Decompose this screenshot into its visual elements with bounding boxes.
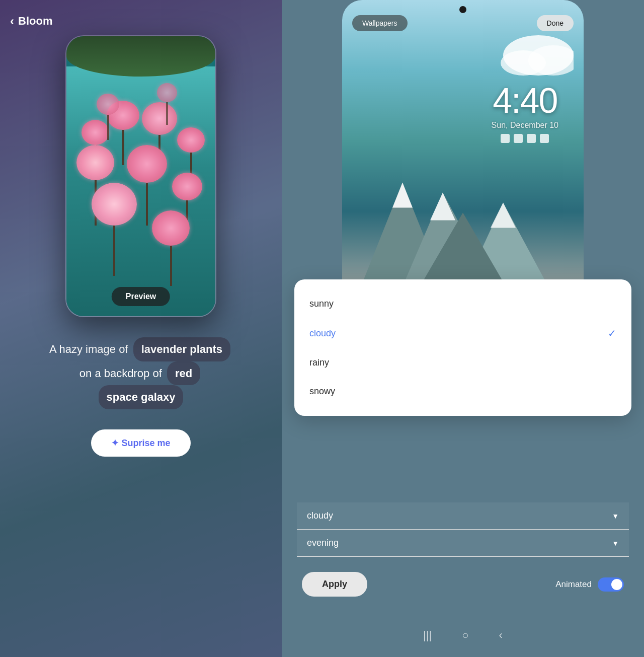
wallpapers-button[interactable]: Wallpapers — [352, 15, 408, 31]
option-rainy[interactable]: rainy — [294, 348, 631, 377]
notification-icons — [492, 134, 558, 143]
option-snowy-label: snowy — [309, 386, 335, 397]
option-cloudy[interactable]: cloudy ✓ — [294, 318, 631, 348]
right-panel: Wallpapers Done 4:40 Sun, December 10 su… — [282, 0, 644, 657]
app-title: Bloom — [18, 15, 52, 28]
bottom-controls: cloudy ▼ evening ▼ Apply Animated — [297, 502, 629, 607]
clock-time: 4:40 — [492, 81, 558, 121]
cloudy-select-label: cloudy — [307, 510, 333, 521]
preview-button[interactable]: Preview — [112, 287, 170, 306]
svg-marker-9 — [491, 203, 516, 228]
tree-10 — [97, 94, 119, 140]
surprise-button[interactable]: ✦ Suprise me — [91, 429, 190, 457]
desc-line-3: space galaxy — [49, 385, 232, 409]
notif-icon-3 — [527, 134, 536, 143]
back-button[interactable]: ‹ Bloom — [10, 14, 52, 28]
phone-top-bar: Wallpapers Done — [342, 15, 584, 31]
clock-display: 4:40 Sun, December 10 — [492, 81, 558, 143]
option-sunny-label: sunny — [309, 299, 334, 309]
notif-icon-1 — [501, 134, 510, 143]
tree-11 — [157, 83, 177, 125]
camera-dot — [459, 6, 466, 13]
cloudy-dropdown-arrow: ▼ — [612, 512, 619, 520]
evening-select-row[interactable]: evening ▼ — [297, 530, 629, 557]
description-area: A hazy image of lavender plants on a bac… — [49, 337, 232, 409]
desc-color-tag[interactable]: red — [167, 361, 200, 386]
svg-point-2 — [501, 50, 546, 76]
animated-label: Animated — [555, 579, 592, 590]
done-button[interactable]: Done — [537, 15, 574, 31]
desc-suffix-tag[interactable]: space galaxy — [99, 385, 184, 409]
svg-marker-8 — [430, 193, 455, 221]
desc-line-1: A hazy image of lavender plants — [49, 337, 232, 361]
nav-recents-icon[interactable]: ||| — [423, 629, 432, 642]
option-cloudy-label: cloudy — [309, 328, 336, 339]
back-icon: ‹ — [10, 14, 14, 28]
wallpaper-preview — [66, 36, 215, 316]
cloudy-select-row[interactable]: cloudy ▼ — [297, 502, 629, 530]
option-sunny[interactable]: sunny — [294, 289, 631, 318]
animated-toggle-row: Animated — [555, 577, 624, 592]
option-rainy-label: rainy — [309, 357, 329, 368]
nav-bar: ||| ○ ‹ — [282, 629, 644, 642]
desc-line-2: on a backdrop of red — [49, 361, 232, 386]
toggle-knob — [611, 579, 622, 590]
animated-toggle[interactable] — [598, 577, 624, 592]
action-row: Apply Animated — [297, 562, 629, 607]
desc-subject-tag[interactable]: lavender plants — [133, 337, 230, 361]
tree-9 — [152, 210, 190, 286]
notif-icon-4 — [540, 134, 549, 143]
left-panel: ‹ Bloom — [0, 0, 282, 657]
nav-back-icon[interactable]: ‹ — [499, 629, 503, 642]
evening-select-label: evening — [307, 538, 339, 548]
forest-top — [66, 36, 215, 77]
check-icon: ✓ — [608, 327, 616, 339]
apply-button[interactable]: Apply — [302, 572, 367, 597]
svg-marker-7 — [392, 183, 413, 208]
phone-preview: Preview — [65, 35, 216, 317]
weather-dropdown: sunny cloudy ✓ rainy snowy — [294, 279, 631, 416]
desc-prefix: A hazy image of — [49, 343, 128, 355]
notif-icon-2 — [514, 134, 523, 143]
option-snowy[interactable]: snowy — [294, 377, 631, 406]
evening-dropdown-arrow: ▼ — [612, 539, 619, 547]
tree-8 — [92, 183, 137, 276]
nav-home-icon[interactable]: ○ — [462, 629, 468, 642]
clock-date: Sun, December 10 — [492, 121, 558, 130]
desc-connector: on a backdrop of — [79, 367, 162, 380]
